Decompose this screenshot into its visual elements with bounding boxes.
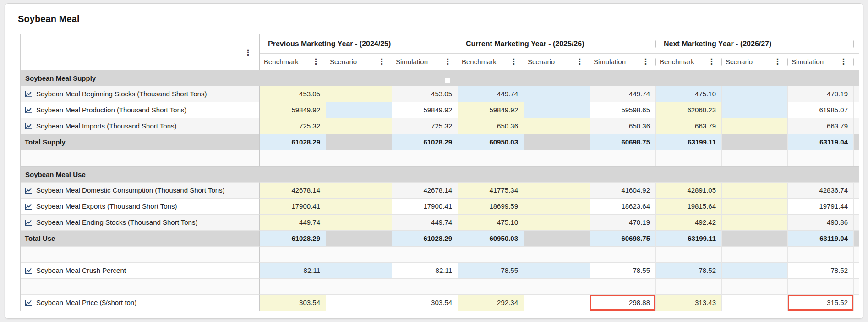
value-cell[interactable] [326, 118, 392, 134]
column-kebab-menu[interactable]: ⋮ [312, 58, 320, 66]
value-cell: 60698.75 [590, 230, 655, 246]
value-cell[interactable] [524, 118, 590, 134]
column-separator-tick [524, 58, 524, 65]
row-label-text: Total Supply [25, 134, 66, 150]
value-cell[interactable]: 292.34 [458, 294, 524, 311]
column-kebab-menu[interactable]: ⋮ [642, 58, 650, 66]
value-cell[interactable]: 42678.14 [260, 182, 326, 198]
spacer-cell [721, 150, 787, 166]
value-cell[interactable] [721, 198, 787, 214]
value-cell[interactable] [721, 182, 787, 198]
section-label: Soybean Meal Supply [25, 74, 96, 82]
value-cell[interactable] [524, 214, 590, 230]
sub-header-simulation[interactable]: Simulation⋮ [590, 54, 655, 70]
value-cell[interactable]: 18699.59 [458, 198, 524, 214]
header-spacer-bottom [853, 54, 859, 70]
spacer-cell [326, 150, 392, 166]
sub-header-scenario[interactable]: Scenario⋮ [721, 54, 787, 70]
value-cell: 303.54 [392, 294, 458, 311]
value-cell[interactable] [524, 198, 590, 214]
year-group-label: Next Marketing Year - (2026/27) [664, 40, 771, 48]
spacer-cell [655, 150, 721, 166]
value-cell: 663.79 [787, 118, 853, 134]
value-cell[interactable]: 650.36 [458, 118, 524, 134]
commodity-card: Soybean Meal ⋮Previous Marketing Year - … [5, 3, 863, 319]
sub-header-benchmark[interactable]: Benchmark⋮ [458, 54, 524, 70]
value-cell[interactable]: 59849.92 [260, 102, 326, 118]
sub-header-scenario[interactable]: Scenario⋮ [326, 54, 392, 70]
value-cell[interactable]: 492.42 [655, 214, 721, 230]
value-cell[interactable] [326, 86, 392, 102]
value-cell: 63199.11 [655, 230, 721, 246]
column-kebab-menu[interactable]: ⋮ [510, 58, 518, 66]
spacer-cell [326, 246, 392, 262]
sub-header-benchmark[interactable]: Benchmark⋮ [655, 54, 721, 70]
spacer-cell [260, 246, 326, 262]
value-cell[interactable] [326, 182, 392, 198]
value-cell[interactable] [721, 118, 787, 134]
spacer-cell [524, 246, 590, 262]
value-cell[interactable]: 449.74 [260, 214, 326, 230]
line-chart-icon[interactable] [25, 187, 32, 194]
spacer-cell [524, 150, 590, 166]
row-header-column-header: ⋮ [21, 34, 260, 70]
column-kebab-menu[interactable]: ⋮ [708, 58, 715, 66]
column-kebab-menu[interactable]: ⋮ [774, 58, 781, 66]
column-kebab-menu[interactable]: ⋮ [378, 58, 386, 66]
row-label-text: Soybean Meal Crush Percent [36, 263, 126, 278]
value-cell[interactable] [326, 198, 392, 214]
sub-header-benchmark[interactable]: Benchmark⋮ [260, 54, 326, 70]
year-group-label: Current Marketing Year - (2025/26) [466, 40, 584, 48]
value-cell [524, 102, 590, 118]
value-cell[interactable]: 725.32 [260, 118, 326, 134]
year-group-header: Previous Marketing Year - (2024/25) [260, 34, 458, 54]
sub-header-simulation[interactable]: Simulation⋮ [787, 54, 853, 70]
year-group-header: Current Marketing Year - (2025/26) [458, 34, 655, 54]
value-cell[interactable]: 453.05 [260, 86, 326, 102]
line-chart-icon[interactable] [25, 203, 32, 210]
highlighted-value-cell: 298.88 [590, 294, 655, 311]
value-cell[interactable]: 663.79 [655, 118, 721, 134]
value-cell [721, 86, 787, 102]
line-chart-icon[interactable] [25, 107, 32, 114]
row-label-text: Soybean Meal Ending Stocks (Thousand Sho… [36, 215, 197, 230]
header-spacer-top [853, 34, 859, 54]
value-cell[interactable] [721, 214, 787, 230]
sub-header-simulation[interactable]: Simulation⋮ [392, 54, 458, 70]
spacer-row-label-cell [21, 150, 260, 166]
column-separator-tick [392, 58, 392, 65]
column-separator-tick [458, 40, 458, 47]
value-cell[interactable]: 19815.64 [655, 198, 721, 214]
value-cell: 78.52 [655, 262, 721, 278]
line-chart-icon[interactable] [25, 267, 32, 274]
row-label: Soybean Meal Beginning Stocks (Thousand … [21, 86, 260, 102]
value-cell[interactable]: 62060.23 [655, 102, 721, 118]
value-cell[interactable]: 59849.92 [458, 102, 524, 118]
column-separator-tick [458, 58, 458, 65]
column-kebab-menu[interactable]: ⋮ [576, 58, 584, 66]
value-cell[interactable]: 42891.05 [655, 182, 721, 198]
value-cell[interactable]: 313.43 [655, 294, 721, 311]
sub-header-label: Benchmark [264, 58, 299, 66]
line-chart-icon[interactable] [25, 123, 32, 130]
value-cell[interactable]: 41775.34 [458, 182, 524, 198]
commodity-table: ⋮Previous Marketing Year - (2024/25)Curr… [20, 34, 859, 311]
year-group-label: Previous Marketing Year - (2024/25) [268, 40, 391, 48]
line-chart-icon[interactable] [25, 219, 32, 226]
column-kebab-menu[interactable]: ⋮ [840, 58, 847, 66]
value-cell[interactable]: 17900.41 [260, 198, 326, 214]
value-cell[interactable]: 303.54 [260, 294, 326, 311]
sub-header-scenario[interactable]: Scenario⋮ [524, 54, 590, 70]
table-menu-icon[interactable]: ⋮ [244, 48, 252, 56]
table-grid: ⋮Previous Marketing Year - (2024/25)Curr… [21, 34, 859, 311]
line-chart-icon[interactable] [25, 300, 32, 306]
value-cell[interactable] [524, 182, 590, 198]
row-end-spacer [853, 86, 859, 102]
column-kebab-menu[interactable]: ⋮ [444, 58, 452, 66]
row-end-spacer [853, 118, 859, 134]
value-cell[interactable]: 475.10 [458, 214, 524, 230]
spacer-cell [590, 246, 655, 262]
line-chart-icon[interactable] [25, 91, 32, 98]
value-cell: 42836.74 [787, 182, 853, 198]
value-cell[interactable] [326, 214, 392, 230]
